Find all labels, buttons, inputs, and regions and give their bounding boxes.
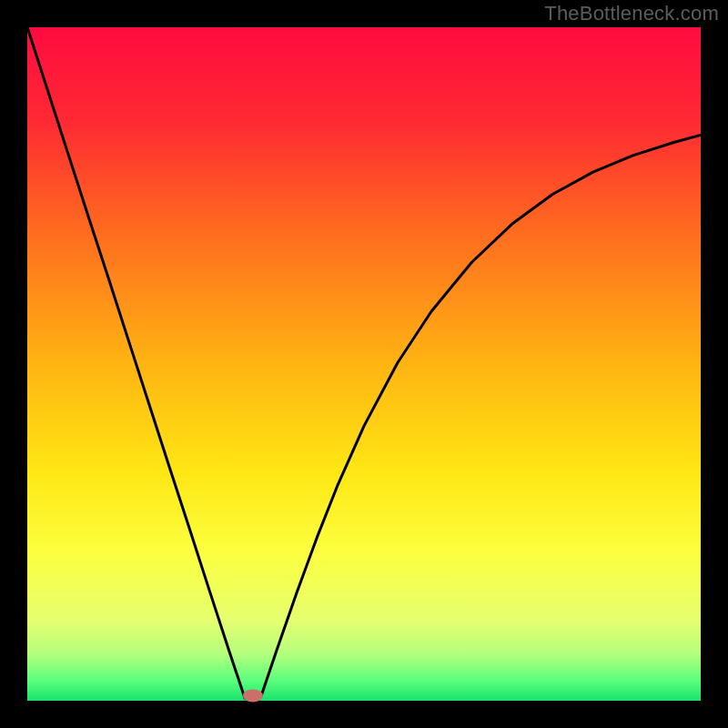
bottleneck-chart: [0, 0, 728, 728]
plot-background: [27, 27, 701, 701]
chart-frame: TheBottleneck.com: [0, 0, 728, 728]
optimal-point-marker: [243, 689, 263, 702]
watermark-text: TheBottleneck.com: [544, 2, 719, 25]
